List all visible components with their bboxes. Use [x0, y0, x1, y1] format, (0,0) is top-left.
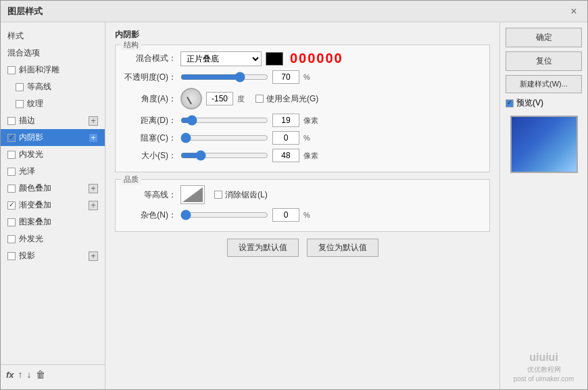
choke-row: 阻塞(C)： % [122, 131, 483, 145]
sidebar-item-bevel[interactable]: 斜面和浮雕 [1, 62, 105, 78]
new-style-button[interactable]: 新建样式(W)... [506, 75, 582, 93]
close-button[interactable]: × [567, 5, 581, 18]
noise-slider[interactable] [180, 210, 268, 220]
drop-shadow-plus-icon[interactable]: + [89, 251, 98, 261]
global-light-checkbox[interactable] [255, 95, 264, 103]
preview-box [510, 116, 578, 173]
trash-icon[interactable]: 🗑 [36, 369, 45, 380]
inner-shadow-checkbox[interactable] [7, 134, 16, 142]
bottom-buttons: 设置为默认值 复位为默认值 [115, 239, 490, 257]
choke-input[interactable] [272, 131, 299, 145]
sidebar-item-blend-options[interactable]: 混合选项 [1, 45, 105, 62]
dialog-body: 样式 混合选项 斜面和浮雕 等高线 [1, 22, 587, 389]
angle-input[interactable] [206, 92, 233, 105]
pattern-overlay-checkbox[interactable] [7, 218, 16, 226]
up-arrow-icon[interactable]: ↑ [18, 369, 23, 380]
sidebar-item-label: 斜面和浮雕 [19, 64, 59, 76]
stroke-checkbox[interactable] [7, 117, 16, 125]
dialog-title: 图层样式 [7, 5, 43, 18]
opacity-input[interactable] [272, 70, 299, 84]
gradient-overlay-checkbox[interactable] [7, 201, 16, 210]
sidebar-item-inner-shadow[interactable]: 内阴影 + [1, 129, 105, 146]
left-panel-items: 样式 混合选项 斜面和浮雕 等高线 [1, 28, 105, 364]
size-row: 大小(S)： 像素 [122, 149, 483, 162]
inner-glow-checkbox[interactable] [7, 151, 16, 159]
sidebar-item-color-overlay[interactable]: 颜色叠加 + [1, 180, 105, 197]
sidebar-item-label: 外发光 [19, 233, 43, 245]
sidebar-item-gradient-overlay[interactable]: 渐变叠加 + [1, 197, 105, 214]
structure-group-label: 结构 [121, 40, 141, 50]
sidebar-item-styles[interactable]: 样式 [1, 28, 105, 45]
title-bar: 图层样式 × [1, 1, 587, 22]
blend-mode-row: 混合模式： 正片叠底 正常 溶解 滤色 叠加 000000 [122, 51, 483, 66]
stroke-plus-icon[interactable]: + [89, 116, 98, 126]
svg-marker-0 [182, 187, 203, 202]
choke-slider[interactable] [180, 133, 268, 143]
sidebar-item-drop-shadow[interactable]: 投影 + [1, 247, 105, 264]
contour-graph [182, 187, 203, 202]
color-overlay-checkbox[interactable] [7, 185, 16, 193]
sidebar-item-contour[interactable]: 等高线 [1, 78, 105, 95]
texture-checkbox[interactable] [16, 100, 24, 108]
sidebar-item-outer-glow[interactable]: 外发光 [1, 230, 105, 247]
middle-panel: 内阴影 结构 混合模式： 正片叠底 正常 溶解 滤色 叠加 000000 [105, 22, 499, 389]
sidebar-item-pattern-overlay[interactable]: 图案叠加 [1, 214, 105, 230]
structure-group: 结构 混合模式： 正片叠底 正常 溶解 滤色 叠加 000000 [115, 45, 490, 172]
section-title: 内阴影 [115, 29, 490, 41]
sidebar-item-label: 描边 [19, 115, 35, 126]
noise-unit: % [303, 211, 310, 219]
inner-shadow-plus-icon[interactable]: + [89, 133, 98, 143]
distance-slider[interactable] [180, 116, 268, 125]
left-panel: 样式 混合选项 斜面和浮雕 等高线 [1, 22, 105, 389]
noise-label: 杂色(N)： [122, 210, 176, 221]
reset-default-button[interactable]: 复位为默认值 [307, 239, 378, 257]
set-default-button[interactable]: 设置为默认值 [227, 239, 299, 257]
anti-alias-checkbox[interactable] [214, 191, 222, 199]
satin-checkbox[interactable] [7, 168, 16, 176]
watermark: uiuiui 优优教程网 post of uimaker.com [506, 350, 582, 384]
anti-alias-label: 消除锯齿(L) [225, 189, 268, 201]
shadow-color-swatch[interactable] [266, 52, 283, 66]
quality-group-label: 品质 [121, 174, 141, 185]
size-slider[interactable] [180, 151, 268, 160]
opacity-unit: % [303, 73, 310, 81]
angle-label: 角度(A)： [122, 93, 176, 105]
drop-shadow-checkbox[interactable] [7, 252, 16, 260]
color-overlay-plus-icon[interactable]: + [89, 184, 98, 193]
sidebar-item-stroke[interactable]: 描边 + [1, 112, 105, 129]
sidebar-item-satin[interactable]: 光泽 [1, 163, 105, 180]
sidebar-item-texture[interactable]: 纹理 [1, 95, 105, 112]
preview-inner [512, 117, 577, 172]
sidebar-item-label: 内阴影 [19, 132, 43, 143]
angle-knob[interactable] [180, 88, 202, 109]
layer-style-dialog: 图层样式 × 样式 混合选项 斜面和浮雕 [0, 0, 588, 390]
right-panel: 确定 复位 新建样式(W)... 预览(V) uiuiui 优优教程网 post… [499, 22, 587, 389]
blend-mode-select[interactable]: 正片叠底 正常 溶解 滤色 叠加 [180, 51, 262, 66]
sidebar-item-label: 光泽 [19, 166, 35, 177]
preview-checkbox[interactable] [506, 99, 514, 107]
sidebar-item-label: 图案叠加 [19, 216, 51, 228]
sidebar-item-inner-glow[interactable]: 内发光 [1, 146, 105, 163]
distance-label: 距离(D)： [122, 115, 176, 126]
anti-alias-row: 消除锯齿(L) [214, 189, 268, 201]
sidebar-item-label: 颜色叠加 [19, 182, 51, 194]
size-input[interactable] [272, 149, 299, 162]
color-hex-value: 000000 [290, 51, 343, 66]
contour-swatch[interactable] [180, 185, 205, 204]
distance-input[interactable] [272, 114, 299, 127]
blend-mode-label: 混合模式： [122, 53, 176, 64]
noise-input[interactable] [272, 208, 299, 222]
distance-unit: 像素 [303, 116, 318, 126]
cancel-button[interactable]: 复位 [506, 51, 582, 71]
contour-checkbox[interactable] [16, 83, 24, 91]
outer-glow-checkbox[interactable] [7, 235, 16, 243]
sidebar-item-label: 内发光 [19, 149, 43, 160]
preview-label: 预览(V) [516, 97, 543, 109]
global-light-row: 使用全局光(G) [255, 93, 318, 105]
ok-button[interactable]: 确定 [506, 28, 582, 47]
left-panel-footer: fx ↑ ↓ 🗑 [1, 364, 105, 384]
opacity-slider[interactable] [180, 72, 268, 82]
down-arrow-icon[interactable]: ↓ [27, 369, 32, 380]
gradient-overlay-plus-icon[interactable]: + [89, 201, 98, 210]
bevel-checkbox[interactable] [7, 66, 16, 74]
